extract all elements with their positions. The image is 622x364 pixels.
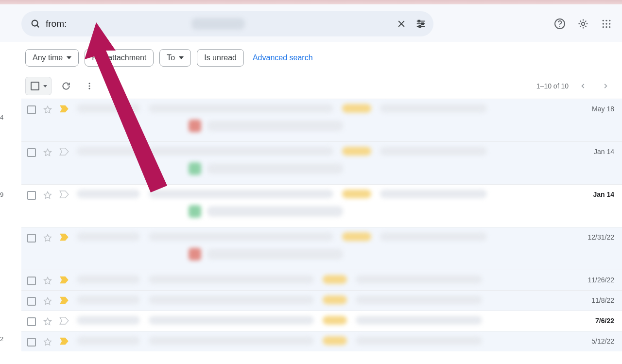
row-checkbox[interactable] [27, 191, 36, 200]
row-checkbox[interactable] [27, 234, 36, 243]
row-date: 11/26/22 [588, 275, 618, 284]
left-rail-count-b: 9 [0, 191, 3, 198]
svg-point-24 [609, 26, 610, 28]
pager-next[interactable] [598, 78, 613, 94]
chevron-down-icon [67, 56, 71, 59]
row-date: Jan 14 [594, 147, 617, 156]
important-icon[interactable] [59, 105, 69, 115]
more-button[interactable] [81, 77, 98, 95]
support-button[interactable] [550, 14, 570, 34]
chip-to[interactable]: To [159, 49, 191, 67]
svg-point-21 [609, 23, 610, 24]
clear-search-button[interactable] [392, 14, 411, 34]
row-content [77, 275, 583, 284]
chip-label: Is unread [204, 53, 237, 62]
email-row[interactable]: 11/26/22 [21, 270, 622, 290]
svg-point-17 [605, 20, 607, 21]
search-options-button[interactable] [411, 14, 431, 34]
advanced-search-link[interactable]: Advanced search [250, 53, 313, 62]
svg-point-26 [89, 86, 90, 87]
svg-point-16 [603, 20, 604, 21]
svg-point-14 [559, 26, 560, 27]
row-date: May 18 [592, 104, 617, 113]
search-input[interactable] [41, 18, 193, 30]
row-content [77, 232, 583, 260]
row-content [77, 336, 587, 345]
email-row[interactable]: Jan 14 [21, 141, 622, 184]
chip-label: Any time [33, 53, 63, 62]
header [0, 4, 622, 42]
row-date: 12/31/22 [588, 232, 618, 241]
important-icon[interactable] [59, 233, 69, 243]
important-icon[interactable] [59, 317, 69, 327]
pager: 1–10 of 10 [536, 78, 619, 94]
filter-chips: Any time Has attachment To Is unread Adv… [21, 42, 622, 73]
chevron-down-icon [43, 85, 47, 87]
row-content [77, 295, 587, 304]
email-row[interactable]: 11/8/22 [21, 290, 622, 311]
star-icon[interactable] [43, 296, 52, 306]
svg-point-15 [582, 22, 585, 25]
chevron-down-icon [179, 56, 184, 59]
important-icon[interactable] [59, 296, 69, 306]
email-row[interactable]: 5/12/22 [21, 331, 622, 351]
svg-point-27 [89, 88, 90, 89]
svg-point-0 [32, 20, 38, 26]
row-date: Jan 14 [593, 190, 617, 198]
content: Any time Has attachment To Is unread Adv… [21, 42, 622, 364]
row-content [77, 104, 587, 132]
select-all-button[interactable] [25, 77, 52, 95]
settings-button[interactable] [573, 14, 593, 34]
chip-label: To [167, 53, 175, 62]
row-checkbox[interactable] [27, 105, 36, 114]
chip-any-time[interactable]: Any time [25, 49, 79, 67]
pager-prev[interactable] [575, 78, 591, 94]
email-list: May 18Jan 14Jan 1412/31/2211/26/2211/8/2… [21, 99, 622, 351]
refresh-button[interactable] [57, 77, 75, 95]
row-content [77, 147, 589, 175]
row-date: 7/6/22 [595, 316, 617, 325]
row-content [77, 316, 590, 325]
left-rail-count-c: 2 [0, 335, 3, 343]
important-icon[interactable] [59, 148, 69, 157]
svg-point-23 [605, 26, 607, 28]
row-checkbox[interactable] [27, 297, 36, 306]
important-icon[interactable] [59, 337, 69, 347]
svg-line-1 [37, 25, 39, 27]
apps-button[interactable] [597, 14, 616, 34]
important-icon[interactable] [59, 276, 69, 286]
chip-has-attachment[interactable]: Has attachment [85, 49, 154, 67]
checkbox-icon [31, 82, 39, 90]
email-row[interactable]: 7/6/22 [21, 311, 622, 331]
star-icon[interactable] [43, 276, 52, 286]
svg-point-25 [89, 83, 90, 84]
star-icon[interactable] [43, 148, 52, 157]
star-icon[interactable] [43, 337, 52, 347]
row-date: 5/12/22 [591, 336, 617, 345]
row-checkbox[interactable] [27, 277, 36, 285]
row-checkbox[interactable] [27, 338, 36, 347]
chip-label: Has attachment [92, 53, 146, 62]
email-row[interactable]: Jan 14 [21, 184, 622, 227]
pager-label: 1–10 of 10 [536, 82, 569, 90]
email-row[interactable]: May 18 [21, 99, 622, 141]
left-rail-count-a: 4 [0, 114, 3, 121]
star-icon[interactable] [43, 105, 52, 115]
browser-chrome-strip [0, 0, 622, 4]
row-content [77, 190, 588, 218]
chip-is-unread[interactable]: Is unread [197, 49, 244, 67]
toolbar: 1–10 of 10 [21, 73, 622, 99]
row-checkbox[interactable] [27, 317, 36, 326]
search-blurred-value [191, 18, 245, 30]
svg-point-18 [609, 20, 610, 21]
email-row[interactable]: 12/31/22 [21, 227, 622, 270]
svg-point-19 [603, 23, 604, 24]
important-icon[interactable] [59, 191, 69, 200]
star-icon[interactable] [43, 191, 52, 200]
row-checkbox[interactable] [27, 148, 36, 157]
search-bar[interactable] [21, 11, 433, 36]
left-rail: 4 9 2 [0, 4, 10, 364]
star-icon[interactable] [43, 317, 52, 327]
row-date: 11/8/22 [591, 295, 617, 304]
star-icon[interactable] [43, 233, 52, 243]
